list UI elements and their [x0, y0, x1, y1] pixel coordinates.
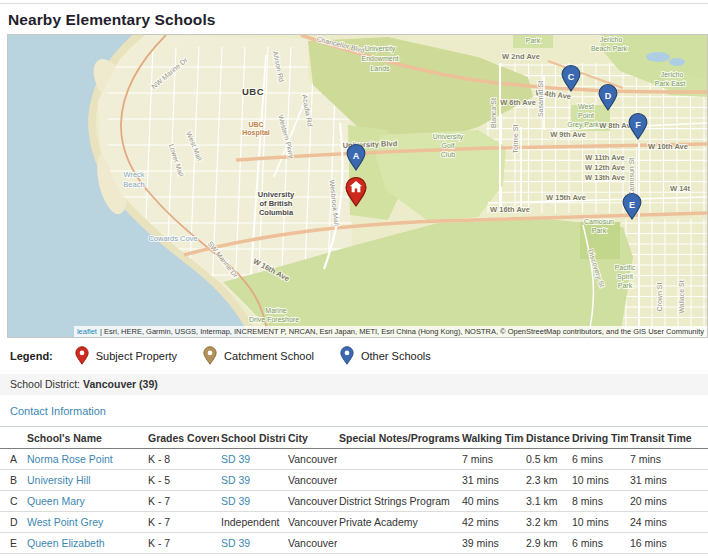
map-canvas: NW Marine DrChancellor BlvdAllison RdAca… [8, 35, 707, 337]
schools-map[interactable]: NW Marine DrChancellor BlvdAllison RdAca… [8, 35, 707, 337]
school-district-cell: Independent [219, 554, 286, 560]
map-label: University [258, 190, 295, 199]
map-label: Blanca St [490, 98, 497, 128]
school-district-link[interactable]: SD 39 [221, 537, 250, 549]
legend-item-subject-property: Subject Property [75, 346, 177, 365]
legend-item-label: Other Schools [361, 350, 431, 362]
legend-item-other-schools: Other Schools [340, 346, 431, 365]
map-label: Tolmie St [512, 125, 519, 154]
distance-cell: 0.5 km [524, 449, 570, 470]
map-label: W 12th Ave [585, 163, 625, 172]
map-label: Cowards Cove [148, 234, 197, 243]
distance-cell: 3.2 km [524, 512, 570, 533]
walking-time-cell: 31 mins [460, 470, 524, 491]
subject-property-pin-icon [75, 346, 89, 365]
grades-covered-cell: K - 7 [146, 533, 219, 554]
map-label: University [365, 45, 396, 53]
leaflet-link[interactable]: leaflet [77, 327, 97, 336]
map-label: Wreck [123, 170, 144, 179]
row-letter: F [0, 554, 25, 560]
school-name-link[interactable]: Queen Mary [27, 495, 85, 507]
map-label: Columbia [259, 208, 294, 217]
school-district-cell: SD 39 [219, 491, 286, 512]
schools-table: School's Name Grades Covered School Dist… [0, 426, 708, 560]
city-cell: Vancouver [286, 554, 337, 560]
legend-item-catchment-school: Catchment School [203, 346, 314, 365]
map-label: Drive Foreshore [249, 316, 299, 323]
school-name-link[interactable]: Queen Elizabeth [27, 537, 105, 549]
distance-cell: 2.3 km [524, 470, 570, 491]
map-label: Point [578, 112, 594, 119]
school-district-bar: School District:Vancouver (39) [0, 374, 708, 395]
school-district-cell: Independent [219, 512, 286, 533]
map-label: Camosun St [628, 158, 635, 197]
row-letter: E [0, 533, 25, 554]
attribution-text: | Esri, HERE, Garmin, USGS, Intermap, IN… [100, 327, 704, 336]
special-notes-cell [337, 470, 460, 491]
map-label: Beach [123, 180, 144, 189]
table-row: FOur Lady Of Perpetual HelpK - 7Independ… [0, 554, 708, 560]
legend-label: Legend: [10, 350, 53, 362]
school-name-link[interactable]: West Point Grey [27, 516, 103, 528]
map-label: W 15th Ave [546, 193, 586, 202]
school-name-cell: Queen Elizabeth [25, 533, 146, 554]
school-name-cell: University Hill [25, 470, 146, 491]
driving-time-cell: 6 mins [570, 449, 628, 470]
map-label: Crown St [656, 283, 663, 312]
school-district-link[interactable]: SD 39 [221, 453, 250, 465]
special-notes-cell: District Strings Program [337, 491, 460, 512]
school-name-cell: Queen Mary [25, 491, 146, 512]
map-label: Pacific [615, 264, 636, 271]
legend-item-label: Catchment School [224, 350, 314, 362]
school-district-cell: SD 39 [219, 470, 286, 491]
map-label: Jericho [600, 36, 623, 43]
map-label: Park [618, 282, 633, 289]
school-district-link[interactable]: SD 39 [221, 495, 250, 507]
marker-letter: A [353, 151, 360, 161]
school-district-link[interactable]: SD 39 [221, 474, 250, 486]
map-label: Hospital [242, 129, 270, 137]
table-header-row: School's Name Grades Covered School Dist… [0, 427, 708, 449]
school-district-cell: SD 39 [219, 449, 286, 470]
school-name-link[interactable]: University Hill [27, 474, 91, 486]
row-letter: D [0, 512, 25, 533]
school-name-link[interactable]: Norma Rose Point [27, 453, 113, 465]
map-label: Marine [265, 307, 287, 314]
distance-cell: 3.3 km [524, 554, 570, 560]
map-label: Endowment [362, 55, 399, 62]
table-row: DWest Point GreyK - 7IndependentVancouve… [0, 512, 708, 533]
driving-time-cell: 10 mins [570, 512, 628, 533]
walking-time-cell: 43 mins [460, 554, 524, 560]
transit-time-cell: 7 mins [628, 449, 708, 470]
map-label: Lands [370, 65, 390, 72]
city-cell: Vancouver [286, 491, 337, 512]
row-letter: B [0, 470, 25, 491]
map-label: Spirit [617, 273, 633, 281]
school-name-cell: West Point Grey [25, 512, 146, 533]
col-header-school-district: School District [219, 427, 286, 449]
city-cell: Vancouver [286, 449, 337, 470]
map-legend: Legend: Subject Property Catchment Schoo… [10, 346, 708, 365]
contact-information-link[interactable]: Contact Information [10, 405, 106, 417]
page-title: Nearby Elementary Schools [8, 11, 708, 29]
map-label: Park [526, 37, 541, 44]
col-header-transit-time: Transit Time [628, 427, 708, 449]
map-label: W 16th Ave [490, 205, 530, 214]
transit-time-cell: 20 mins [628, 491, 708, 512]
table-row: EQueen ElizabethK - 7SD 39Vancouver39 mi… [0, 533, 708, 554]
walking-time-cell: 39 mins [460, 533, 524, 554]
map-label: Wallace St [678, 280, 685, 313]
walking-time-cell: 40 mins [460, 491, 524, 512]
table-row: CQueen MaryK - 7SD 39VancouverDistrict S… [0, 491, 708, 512]
walking-time-cell: 42 mins [460, 512, 524, 533]
table-row: ANorma Rose PointK - 8SD 39Vancouver7 mi… [0, 449, 708, 470]
map-label: Club [441, 151, 456, 158]
marker-letter: E [629, 200, 635, 210]
city-cell: Vancouver [286, 533, 337, 554]
col-header-grades-covered: Grades Covered [146, 427, 219, 449]
map-label: W 10th Ave [648, 142, 688, 151]
transit-time-cell: 16 mins [628, 533, 708, 554]
map-label: UBC [248, 121, 263, 128]
grades-covered-cell: K - 5 [146, 470, 219, 491]
map-label: Park [592, 227, 607, 234]
